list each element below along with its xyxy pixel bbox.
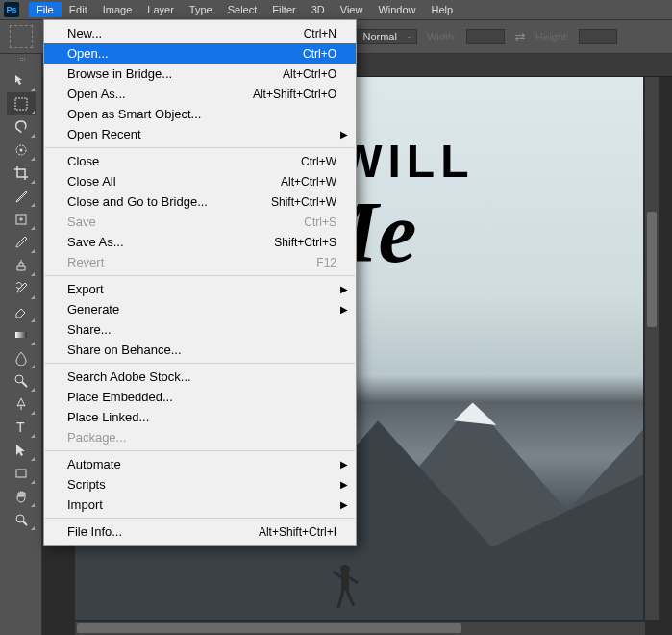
menu-file[interactable]: File xyxy=(29,2,62,17)
menu-item-label: Revert xyxy=(67,255,104,269)
menu-separator xyxy=(45,147,355,148)
menu-window[interactable]: Window xyxy=(370,2,423,17)
menu-item-shortcut: Alt+Shift+Ctrl+O xyxy=(253,88,336,101)
menu-filter[interactable]: Filter xyxy=(264,2,303,17)
menu-item-close-and-go-to-bridge[interactable]: Close and Go to Bridge...Shift+Ctrl+W xyxy=(44,191,356,212)
horizontal-scrollbar[interactable] xyxy=(75,622,645,635)
menu-item-label: New... xyxy=(67,26,102,40)
pen-tool[interactable] xyxy=(7,393,36,416)
menu-item-label: File Info... xyxy=(67,524,122,539)
menu-item-file-info[interactable]: File Info...Alt+Shift+Ctrl+I xyxy=(44,521,356,542)
menu-item-label: Generate xyxy=(67,302,119,317)
svg-point-17 xyxy=(16,515,24,522)
active-tool-preview xyxy=(10,25,33,48)
menu-item-shortcut: Ctrl+W xyxy=(301,155,336,168)
menu-item-generate[interactable]: Generate▶ xyxy=(44,299,356,319)
eyedropper-tool[interactable] xyxy=(7,185,36,208)
menu-item-shortcut: Alt+Ctrl+O xyxy=(283,67,336,81)
menu-item-save-as[interactable]: Save As...Shift+Ctrl+S xyxy=(44,232,356,252)
menu-item-share[interactable]: Share... xyxy=(44,319,356,340)
menu-item-open-recent[interactable]: Open Recent▶ xyxy=(44,124,356,144)
marquee-tool[interactable] xyxy=(7,92,36,115)
menu-item-close[interactable]: CloseCtrl+W xyxy=(44,151,356,171)
menu-edit[interactable]: Edit xyxy=(62,2,95,17)
menu-item-close-all[interactable]: Close AllAlt+Ctrl+W xyxy=(44,171,356,191)
menu-item-label: Open as Smart Object... xyxy=(67,107,201,121)
submenu-arrow-icon: ▶ xyxy=(340,479,348,490)
canvas-figure-person xyxy=(331,562,360,610)
menu-item-label: Place Linked... xyxy=(67,410,149,424)
menu-3d[interactable]: 3D xyxy=(304,2,333,17)
menu-item-browse-in-bridge[interactable]: Browse in Bridge...Alt+Ctrl+O xyxy=(44,64,356,84)
dodge-tool[interactable] xyxy=(7,369,36,393)
menu-item-shortcut: Alt+Ctrl+W xyxy=(281,175,336,189)
path-select-tool[interactable] xyxy=(7,439,36,462)
history-brush-tool[interactable] xyxy=(7,277,36,300)
submenu-arrow-icon: ▶ xyxy=(340,284,348,294)
menu-item-shortcut: Ctrl+O xyxy=(303,47,336,61)
menu-item-save: SaveCtrl+S xyxy=(44,212,356,232)
clone-stamp-tool[interactable] xyxy=(7,254,36,277)
menu-item-label: Export xyxy=(67,282,104,296)
blur-tool[interactable] xyxy=(7,346,36,369)
menu-item-shortcut: Shift+Ctrl+S xyxy=(274,236,336,249)
menu-item-label: Close xyxy=(67,154,99,168)
menu-item-automate[interactable]: Automate▶ xyxy=(44,454,356,474)
rectangle-tool[interactable] xyxy=(7,462,36,485)
svg-line-14 xyxy=(22,382,27,387)
hand-tool[interactable] xyxy=(7,485,36,508)
menu-separator xyxy=(45,275,355,276)
svg-rect-25 xyxy=(341,573,349,591)
menu-separator xyxy=(45,450,355,451)
menu-item-export[interactable]: Export▶ xyxy=(44,279,356,299)
svg-point-10 xyxy=(19,149,22,152)
panel-grip-icon[interactable] xyxy=(7,58,36,64)
menu-item-label: Import xyxy=(67,497,103,512)
menu-item-shortcut: Ctrl+N xyxy=(304,27,336,40)
quick-select-tool[interactable] xyxy=(7,139,36,162)
menu-item-label: Close and Go to Bridge... xyxy=(67,194,208,209)
submenu-arrow-icon: ▶ xyxy=(340,129,348,140)
menu-item-revert: RevertF12 xyxy=(44,252,356,272)
menu-item-search-adobe-stock[interactable]: Search Adobe Stock... xyxy=(44,367,356,387)
file-menu-dropdown: New...Ctrl+NOpen...Ctrl+OBrowse in Bridg… xyxy=(43,19,357,546)
menu-view[interactable]: View xyxy=(333,2,371,17)
menu-layer[interactable]: Layer xyxy=(139,2,182,17)
svg-point-24 xyxy=(340,565,350,574)
height-label: Height: xyxy=(535,31,569,42)
eraser-tool[interactable] xyxy=(7,300,36,323)
menu-item-share-on-behance[interactable]: Share on Behance... xyxy=(44,340,356,360)
vertical-scrollbar[interactable] xyxy=(645,77,659,620)
scrollbar-thumb[interactable] xyxy=(647,212,657,327)
app-logo: Ps xyxy=(4,2,19,17)
menu-item-label: Open As... xyxy=(67,87,126,101)
svg-point-13 xyxy=(15,375,23,383)
menu-item-package: Package... xyxy=(44,427,356,447)
menu-item-open[interactable]: Open...Ctrl+O xyxy=(44,43,356,64)
menu-item-scripts[interactable]: Scripts▶ xyxy=(44,474,356,495)
width-input xyxy=(466,29,505,44)
menu-type[interactable]: Type xyxy=(182,2,220,17)
menu-item-place-linked[interactable]: Place Linked... xyxy=(44,407,356,427)
move-tool[interactable] xyxy=(7,69,36,92)
type-tool[interactable]: T xyxy=(7,416,36,439)
zoom-tool[interactable] xyxy=(7,508,36,531)
submenu-arrow-icon: ▶ xyxy=(340,499,348,510)
scrollbar-thumb[interactable] xyxy=(77,623,461,633)
menu-select[interactable]: Select xyxy=(220,2,265,17)
menu-item-place-embedded[interactable]: Place Embedded... xyxy=(44,387,356,407)
gradient-tool[interactable] xyxy=(7,323,36,346)
menu-item-label: Browse in Bridge... xyxy=(67,66,172,81)
style-select[interactable]: Normal⌄ xyxy=(356,29,416,44)
crop-tool[interactable] xyxy=(7,162,36,185)
spot-heal-tool[interactable] xyxy=(7,208,36,231)
menu-item-open-as-smart-object[interactable]: Open as Smart Object... xyxy=(44,104,356,124)
brush-tool[interactable] xyxy=(7,231,36,254)
tools-panel: T xyxy=(0,54,42,635)
menu-help[interactable]: Help xyxy=(424,2,461,17)
menu-item-import[interactable]: Import▶ xyxy=(44,495,356,515)
lasso-tool[interactable] xyxy=(7,115,36,139)
menu-item-open-as[interactable]: Open As...Alt+Shift+Ctrl+O xyxy=(44,84,356,104)
menu-item-new[interactable]: New...Ctrl+N xyxy=(44,23,356,43)
menu-image[interactable]: Image xyxy=(95,2,140,17)
